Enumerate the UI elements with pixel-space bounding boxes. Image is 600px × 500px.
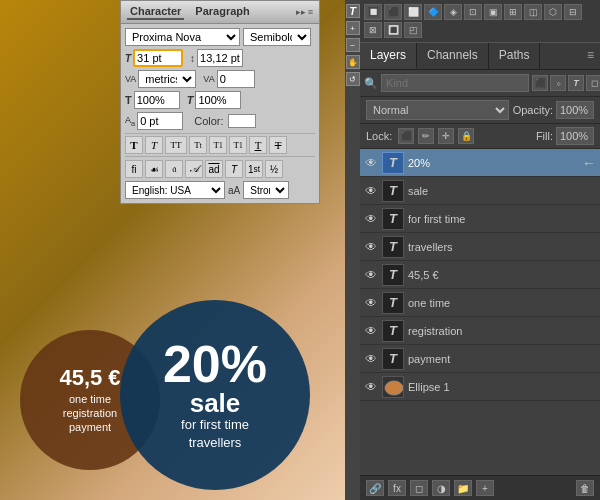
fi-ligature-btn[interactable]: fi: [125, 160, 143, 178]
icon-3[interactable]: ⬜: [404, 4, 422, 20]
layers-list[interactable]: 👁T20%←👁Tsale👁Tfor first time👁Ttravellers…: [360, 149, 600, 475]
icon-12[interactable]: ⊠: [364, 22, 382, 38]
rotate-btn[interactable]: ↺: [346, 72, 360, 86]
layer-item[interactable]: 👁Tone time: [360, 289, 600, 317]
hand-tool-btn[interactable]: ✋: [346, 55, 360, 69]
layer-visibility-toggle[interactable]: 👁: [364, 184, 378, 198]
fill-input[interactable]: [556, 127, 594, 145]
tab-paths[interactable]: Paths: [489, 43, 541, 69]
new-layer-btn[interactable]: +: [476, 480, 494, 496]
type-tool-btn[interactable]: T: [346, 4, 360, 18]
filter-type-btn[interactable]: T: [568, 75, 584, 91]
strikethrough-btn[interactable]: T: [269, 136, 287, 154]
frac-btn[interactable]: 𝔞: [165, 160, 183, 178]
icon-5[interactable]: ◈: [444, 4, 462, 20]
icon-6[interactable]: ⊡: [464, 4, 482, 20]
icon-14[interactable]: ◰: [404, 22, 422, 38]
search-input[interactable]: [381, 74, 529, 92]
sub-btn[interactable]: T1: [229, 136, 247, 154]
icon-10[interactable]: ⬡: [544, 4, 562, 20]
stylalt-btn[interactable]: 𝒜: [185, 160, 203, 178]
layer-thumbnail: [382, 376, 404, 398]
bold-btn[interactable]: T: [125, 136, 143, 154]
layer-item[interactable]: 👁Tfor first time: [360, 205, 600, 233]
layer-visibility-toggle[interactable]: 👁: [364, 296, 378, 310]
lock-transparent-btn[interactable]: ⬛: [398, 128, 414, 144]
lock-all-btn[interactable]: 🔒: [458, 128, 474, 144]
half-btn[interactable]: ½: [265, 160, 283, 178]
filter-adjust-btn[interactable]: ⬦: [550, 75, 566, 91]
panel-expand-icon[interactable]: ▸▸: [296, 7, 306, 17]
lock-pixels-btn[interactable]: ✏: [418, 128, 434, 144]
layer-mask-btn[interactable]: ◻: [410, 480, 428, 496]
layer-item[interactable]: 👁Ttravellers: [360, 233, 600, 261]
icon-13[interactable]: 🔳: [384, 22, 402, 38]
filter-shape-btn[interactable]: ◻: [586, 75, 600, 91]
super-btn[interactable]: T1: [209, 136, 227, 154]
kerning-select[interactable]: metrics: [138, 70, 196, 88]
icon-7[interactable]: ▣: [484, 4, 502, 20]
layer-item[interactable]: 👁Tregistration: [360, 317, 600, 345]
layer-group-btn[interactable]: 📁: [454, 480, 472, 496]
layer-item[interactable]: 👁Tpayment: [360, 345, 600, 373]
scale-v-input[interactable]: 100%: [195, 91, 241, 109]
delete-layer-btn[interactable]: 🗑: [576, 480, 594, 496]
icon-9[interactable]: ◫: [524, 4, 542, 20]
zoom-out-btn[interactable]: −: [346, 38, 360, 52]
tab-character[interactable]: Character: [127, 4, 184, 20]
tab-paragraph[interactable]: Paragraph: [192, 4, 252, 20]
ornament-btn[interactable]: ☙: [145, 160, 163, 178]
icon-8[interactable]: ⊞: [504, 4, 522, 20]
icon-4[interactable]: 🔷: [424, 4, 442, 20]
panel-menu-icon[interactable]: ≡: [308, 7, 313, 17]
lock-position-btn[interactable]: ✛: [438, 128, 454, 144]
icon-1[interactable]: 🔲: [364, 4, 382, 20]
opacity-input[interactable]: [556, 101, 594, 119]
layer-visibility-toggle[interactable]: 👁: [364, 352, 378, 366]
layer-adjust-btn[interactable]: ◑: [432, 480, 450, 496]
overline-btn[interactable]: ad: [205, 160, 223, 178]
layer-visibility-toggle[interactable]: 👁: [364, 380, 378, 394]
color-swatch[interactable]: [228, 114, 256, 128]
leading-input[interactable]: 13,12 pt: [197, 49, 243, 67]
tab-channels[interactable]: Channels: [417, 43, 489, 69]
language-select[interactable]: English: USA: [125, 181, 225, 199]
opacity-label: Opacity:: [513, 104, 553, 116]
tab-layers[interactable]: Layers: [360, 43, 417, 69]
allcaps-btn[interactable]: TT: [165, 136, 187, 154]
search-icon: 🔍: [364, 77, 378, 90]
layer-style-btn[interactable]: fx: [388, 480, 406, 496]
layer-visibility-toggle[interactable]: 👁: [364, 212, 378, 226]
font-family-select[interactable]: Proxima Nova: [125, 28, 240, 46]
fill-row: Fill:: [536, 127, 594, 145]
super2-btn[interactable]: 1st: [245, 160, 263, 178]
layer-item[interactable]: 👁T45,5 €: [360, 261, 600, 289]
baseline-input[interactable]: 0 pt: [137, 112, 183, 130]
layer-visibility-toggle[interactable]: 👁: [364, 156, 378, 170]
filter-pixel-btn[interactable]: ⬛: [532, 75, 548, 91]
zoom-in-btn[interactable]: +: [346, 21, 360, 35]
layer-visibility-toggle[interactable]: 👁: [364, 324, 378, 338]
payment-text: payment: [69, 420, 111, 434]
layers-menu-icon[interactable]: ≡: [581, 43, 600, 69]
underline-btn[interactable]: T: [249, 136, 267, 154]
scale-row: T 100% T 100%: [125, 91, 315, 109]
blend-mode-select[interactable]: Normal: [366, 100, 509, 120]
layer-visibility-toggle[interactable]: 👁: [364, 268, 378, 282]
italic-btn[interactable]: T: [145, 136, 163, 154]
font-weight-select[interactable]: Semibold: [243, 28, 311, 46]
anti-alias-select[interactable]: Strong: [243, 181, 289, 199]
layer-link-btn[interactable]: 🔗: [366, 480, 384, 496]
scale-h-input[interactable]: 100%: [134, 91, 180, 109]
font-size-input[interactable]: 31 pt: [133, 49, 183, 67]
smallcaps-btn[interactable]: Tt: [189, 136, 207, 154]
indent-btn[interactable]: T: [225, 160, 243, 178]
layer-item[interactable]: 👁Tsale: [360, 177, 600, 205]
layer-name: registration: [408, 325, 596, 337]
icon-11[interactable]: ⊟: [564, 4, 582, 20]
icon-2[interactable]: ⬛: [384, 4, 402, 20]
tracking-input[interactable]: 0: [217, 70, 255, 88]
layer-item[interactable]: 👁T20%←: [360, 149, 600, 177]
layer-item[interactable]: 👁Ellipse 1: [360, 373, 600, 401]
layer-visibility-toggle[interactable]: 👁: [364, 240, 378, 254]
